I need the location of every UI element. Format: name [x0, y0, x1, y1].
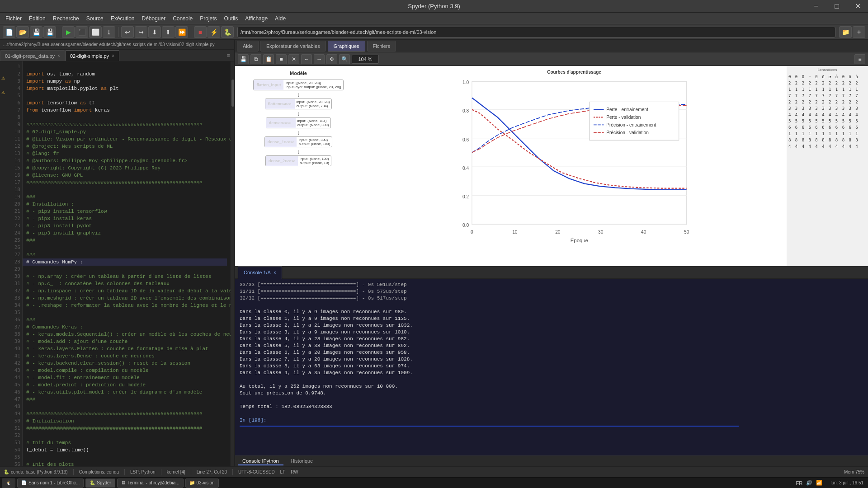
console-tab-label: Console 1/A: [244, 270, 271, 275]
terminal-label: Terminal - phroy@debia...: [127, 480, 179, 485]
python-button[interactable]: 🐍: [221, 26, 234, 38]
undo-button[interactable]: ↩: [121, 26, 134, 38]
menu-fichier[interactable]: Fichier: [2, 14, 25, 23]
svg-text:Perte - validation: Perte - validation: [606, 115, 641, 120]
run-button[interactable]: ▶: [62, 26, 75, 38]
browse-button[interactable]: 📁: [839, 26, 852, 38]
editor-scrollbar-thumb[interactable]: [231, 80, 234, 107]
minimize-button[interactable]: −: [806, 0, 826, 12]
menu-edition[interactable]: Édition: [25, 14, 49, 23]
plot-close-button[interactable]: ✕: [288, 54, 299, 64]
layer-name-flatten-input: flatten_input: [254, 80, 283, 90]
open-file-button[interactable]: 📂: [16, 26, 29, 38]
layer-details-flatten: input:(None, 28, 28) output:(None, 784): [295, 99, 332, 109]
editor-scrollbar[interactable]: [231, 61, 234, 466]
tab-console-ipython[interactable]: Console IPython: [238, 457, 283, 465]
console-tab-close[interactable]: ×: [274, 270, 276, 275]
plot-save-button[interactable]: 💾: [238, 54, 249, 64]
menu-source[interactable]: Source: [83, 14, 107, 23]
tab-01-digit[interactable]: 01-digit-prepa_data.py ×: [0, 50, 65, 61]
save-file-button[interactable]: 💾: [30, 26, 42, 38]
tab-explorateur[interactable]: Explorateur de variables: [260, 41, 326, 52]
taskbar-start[interactable]: 🐧: [2, 479, 15, 488]
svg-text:Précision - entrainement: Précision - entrainement: [606, 122, 656, 127]
maximize-button[interactable]: □: [826, 0, 847, 12]
plot-stop-button[interactable]: ■: [276, 54, 287, 64]
tab-02-digit[interactable]: 02-digit-simple.py ×: [65, 50, 119, 61]
tab-02-label: 02-digit-simple.py: [70, 53, 109, 59]
plot-forward-button[interactable]: →: [314, 54, 325, 64]
redo-button[interactable]: ↪: [135, 26, 147, 38]
output-classe-0: Dans la classe 0, il y a 9 images non re…: [240, 309, 863, 315]
tab-aide[interactable]: Aide: [237, 41, 259, 52]
tab-02-close[interactable]: ×: [112, 53, 114, 58]
menu-affichage[interactable]: Affichage: [241, 14, 271, 23]
status-encoding: UTF-8-GUESSED: [238, 469, 275, 474]
console-progress-bar: [240, 426, 739, 427]
taskbar-terminal[interactable]: 🖥 Terminal - phroy@debia...: [117, 479, 184, 488]
plot-pan-button[interactable]: ✥: [326, 54, 337, 64]
layer-name-flatten: flattenFlatten: [265, 99, 295, 109]
plot-menu-button[interactable]: ≡: [854, 54, 865, 64]
output-blank-4: [240, 410, 863, 417]
title-bar: Spyder (Python 3.9) − □ ✕: [0, 0, 868, 13]
continue-button[interactable]: ⏩: [175, 26, 188, 38]
run-selection-button[interactable]: ⬜: [89, 26, 102, 38]
code-editor: ⚠ ⚠ 12345 678910 1112131415 1617181920 2…: [0, 61, 234, 466]
editor-panel: …t/home2/phroy/Bureau/seriousgames/blend…: [0, 40, 235, 466]
console-tab-1a[interactable]: Console 1/A ×: [238, 266, 282, 279]
tab-01-close[interactable]: ×: [57, 53, 60, 58]
conda-text: conda: base (Python 3.9.13): [11, 469, 68, 474]
path-input[interactable]: [237, 27, 835, 38]
layer-flatten-input: flatten_input input:[(None, 28, 28)] Inp…: [253, 80, 343, 90]
menu-deboguer[interactable]: Déboguer: [138, 14, 169, 23]
zoom-input[interactable]: [352, 55, 379, 64]
run-cell-advance-button[interactable]: ⤓: [103, 26, 115, 38]
taskbar-libreoffice[interactable]: 📄 Sans nom 1 - LibreOffic...: [17, 479, 84, 488]
debug-button[interactable]: ⚡: [208, 26, 220, 38]
plot-copy-button[interactable]: ⧉: [250, 54, 261, 64]
right-panel: Aide Explorateur de variables Graphiques…: [235, 40, 868, 466]
spyder-icon: 🐍: [90, 480, 95, 485]
stop-button[interactable]: ■: [194, 26, 207, 38]
tab-graphiques[interactable]: Graphiques: [328, 41, 365, 52]
layer-name-dense-2: dense_2Dense: [266, 156, 298, 166]
plot-zoom-button[interactable]: 🔍: [339, 54, 350, 64]
kernel-text: kernel [4]: [167, 469, 185, 474]
layer-name-dense-1: dense_1Dense: [265, 137, 297, 147]
svg-text:30: 30: [598, 230, 604, 235]
plot-back-button[interactable]: ←: [301, 54, 312, 64]
run-cell-button[interactable]: ⬛: [75, 26, 88, 38]
code-content[interactable]: import os, time, random import numpy as …: [23, 61, 231, 466]
toolbar-separator-3: [191, 27, 191, 37]
window-controls[interactable]: − □ ✕: [806, 0, 868, 12]
layer-name-dense: denseDense: [266, 118, 296, 128]
menu-recherche[interactable]: Recherche: [49, 14, 83, 23]
menu-execution[interactable]: Exécution: [107, 14, 138, 23]
svg-text:0.4: 0.4: [462, 166, 469, 171]
tab-menu-button[interactable]: ≡: [224, 52, 232, 60]
output-prompt: In [196]:: [240, 417, 863, 424]
menu-aide[interactable]: Aide: [271, 14, 289, 23]
close-button[interactable]: ✕: [847, 0, 868, 12]
new-file-button[interactable]: 📄: [3, 26, 15, 38]
menu-outils[interactable]: Outils: [221, 14, 242, 23]
file-path-bar: …t/home2/phroy/Bureau/seriousgames/blend…: [0, 40, 234, 50]
menu-projets[interactable]: Projets: [196, 14, 220, 23]
plot-clipboard-button[interactable]: 📋: [263, 54, 274, 64]
tab-historique[interactable]: Historique: [286, 457, 318, 465]
add-button[interactable]: ＋: [853, 26, 865, 38]
status-rw: RW: [291, 469, 298, 474]
step-button[interactable]: ⬇: [148, 26, 161, 38]
tab-fichiers[interactable]: Fichiers: [367, 41, 396, 52]
status-conda: 🐍 conda: base (Python 3.9.13): [4, 469, 68, 474]
output-classe-5: Dans la classe 5, il y a 38 images non r…: [240, 343, 863, 349]
menu-console[interactable]: Console: [169, 14, 196, 23]
taskbar-spyder[interactable]: 🐍 Spyder: [85, 479, 115, 488]
system-tray: FR 🔊 📶: [793, 480, 826, 486]
output-blank-2: [240, 376, 863, 383]
taskbar-vision[interactable]: 📁 03-vision: [185, 479, 219, 488]
save-all-button[interactable]: 💾: [43, 26, 56, 38]
console-tab-bar: Console 1/A ×: [235, 266, 868, 279]
step-in-button[interactable]: ⬆: [162, 26, 175, 38]
